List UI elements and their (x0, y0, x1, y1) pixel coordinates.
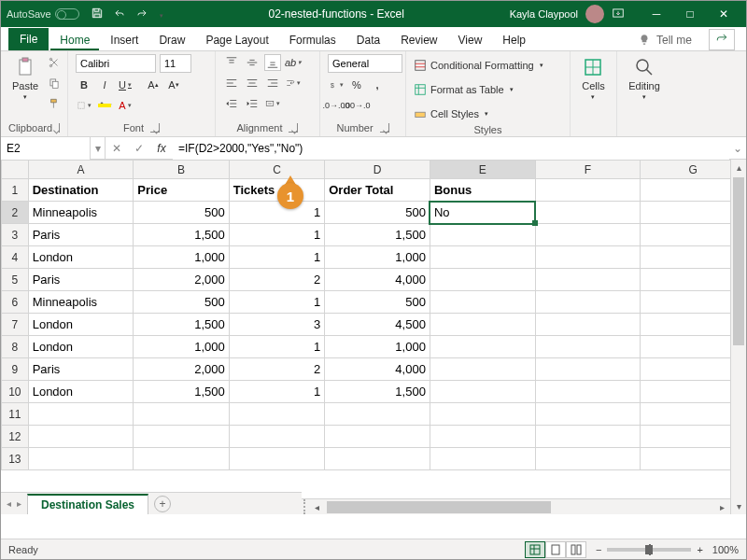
tab-file[interactable]: File (8, 28, 49, 50)
cell[interactable]: 500 (134, 291, 229, 314)
cell[interactable]: 1,500 (325, 224, 430, 246)
formula-bar[interactable] (173, 137, 729, 160)
row-header[interactable]: 8 (2, 336, 29, 358)
cell[interactable]: 500 (134, 202, 229, 224)
format-painter-icon[interactable] (46, 95, 63, 112)
cancel-formula-icon[interactable]: ✕ (106, 137, 128, 160)
col-header-E[interactable]: E (430, 161, 535, 179)
cell[interactable]: Price (134, 179, 229, 202)
qat-dropdown[interactable] (158, 7, 163, 21)
cell[interactable]: 500 (325, 291, 430, 314)
cell[interactable]: London (28, 246, 134, 269)
col-header-F[interactable]: F (535, 161, 641, 179)
cells-button[interactable]: Cells ▾ (578, 54, 608, 103)
cell[interactable] (430, 291, 535, 314)
copy-icon[interactable] (46, 75, 63, 91)
cell[interactable] (535, 381, 641, 403)
cell[interactable] (535, 246, 641, 269)
add-sheet-button[interactable]: + (154, 496, 171, 512)
cell-styles-button[interactable]: Cell Styles▾ (414, 105, 543, 123)
row-header[interactable]: 5 (2, 269, 29, 291)
zoom-in-button[interactable]: + (697, 544, 702, 555)
cell[interactable] (134, 448, 229, 470)
cell[interactable] (430, 403, 535, 426)
cell[interactable]: 1,500 (134, 381, 229, 403)
font-dialog-launcher[interactable] (150, 123, 160, 133)
view-normal-icon[interactable] (525, 541, 545, 558)
sheet-nav-prev[interactable]: ◂ (7, 498, 11, 509)
name-box[interactable] (1, 137, 91, 160)
cell[interactable] (430, 358, 535, 381)
fill-color-button[interactable] (96, 97, 113, 114)
align-center-icon[interactable] (244, 75, 261, 91)
sheet-tab[interactable]: Destination Sales (27, 494, 148, 514)
cell[interactable]: Paris (28, 224, 134, 246)
cell[interactable]: London (28, 336, 134, 358)
row-header[interactable]: 2 (2, 202, 29, 224)
row-header[interactable]: 1 (2, 179, 29, 202)
cell[interactable]: Minneapolis (28, 202, 134, 224)
cell[interactable] (229, 426, 324, 448)
cell[interactable] (535, 291, 641, 314)
cell[interactable]: 3 (229, 314, 324, 336)
row-header[interactable]: 4 (2, 246, 29, 269)
cell[interactable] (430, 224, 535, 246)
cell[interactable] (28, 403, 134, 426)
tab-review[interactable]: Review (391, 30, 446, 50)
worksheet-grid[interactable]: A B C D E F G 1 Destination Price Ticket… (1, 160, 746, 514)
tab-split-handle[interactable] (302, 499, 305, 514)
select-all-corner[interactable] (2, 161, 29, 179)
active-cell[interactable]: No (430, 202, 535, 224)
conditional-formatting-button[interactable]: Conditional Formatting▾ (414, 56, 543, 75)
undo-icon[interactable] (113, 7, 126, 22)
cell[interactable] (134, 403, 229, 426)
cell[interactable] (535, 448, 641, 470)
save-icon[interactable] (91, 7, 104, 22)
orientation-icon[interactable]: ab (285, 54, 302, 71)
vertical-scrollbar[interactable]: ▴ ▾ (730, 160, 746, 514)
cell[interactable]: 2,000 (134, 358, 229, 381)
ribbon-display-icon[interactable] (612, 7, 625, 22)
row-header[interactable]: 9 (2, 358, 29, 381)
tab-formulas[interactable]: Formulas (280, 30, 345, 50)
cell[interactable]: 4,000 (325, 358, 430, 381)
cell[interactable]: 1 (229, 246, 324, 269)
tellme-label[interactable]: Tell me (656, 34, 692, 47)
cell[interactable]: London (28, 381, 134, 403)
tab-help[interactable]: Help (493, 30, 535, 50)
font-color-button[interactable]: A (117, 97, 134, 114)
wrap-text-icon[interactable] (285, 75, 302, 91)
align-bottom-icon[interactable] (264, 54, 281, 71)
underline-button[interactable]: U (117, 77, 134, 93)
cell[interactable] (229, 403, 324, 426)
cell[interactable] (535, 269, 641, 291)
cell[interactable] (229, 448, 324, 470)
close-button[interactable]: ✕ (707, 1, 740, 27)
cell[interactable]: 1,500 (325, 381, 430, 403)
paste-button[interactable]: Paste ▾ (8, 54, 42, 103)
row-header[interactable]: 6 (2, 291, 29, 314)
cell[interactable] (28, 426, 134, 448)
col-header-B[interactable]: B (134, 161, 229, 179)
cell[interactable]: Paris (28, 358, 134, 381)
cell[interactable]: 2 (229, 269, 324, 291)
comma-format-icon[interactable]: , (369, 77, 386, 93)
merge-center-icon[interactable] (264, 95, 281, 112)
scroll-thumb-h[interactable] (327, 501, 551, 513)
decrease-indent-icon[interactable] (223, 95, 240, 112)
borders-button[interactable] (76, 97, 92, 114)
cell[interactable]: 1,000 (134, 336, 229, 358)
cell[interactable] (134, 426, 229, 448)
align-right-icon[interactable] (264, 75, 281, 91)
cell[interactable] (430, 269, 535, 291)
cell[interactable] (325, 403, 430, 426)
row-header[interactable]: 10 (2, 381, 29, 403)
scroll-thumb[interactable] (733, 177, 744, 345)
font-name-input[interactable] (76, 54, 156, 73)
view-page-layout-icon[interactable] (545, 541, 566, 558)
cell[interactable]: 4,000 (325, 269, 430, 291)
cell[interactable]: 1 (229, 381, 324, 403)
cell[interactable] (430, 336, 535, 358)
col-header-A[interactable]: A (28, 161, 134, 179)
zoom-slider[interactable]: − + (596, 544, 703, 555)
